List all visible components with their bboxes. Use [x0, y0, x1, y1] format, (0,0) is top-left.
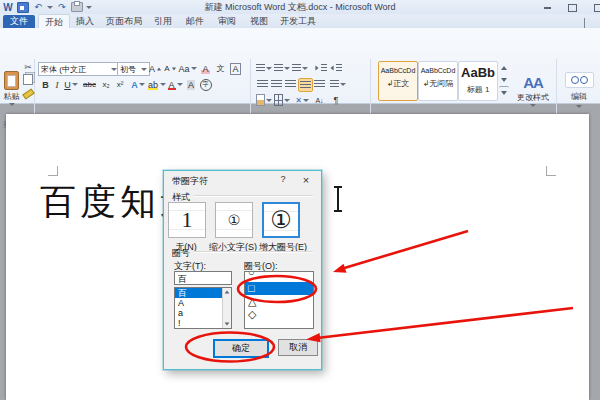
- styles-scroll-down-button[interactable]: [499, 74, 509, 85]
- style-option-enlarge-circle[interactable]: ①: [262, 202, 300, 238]
- close-button[interactable]: [592, 3, 600, 12]
- dialog-help-button[interactable]: ?: [276, 174, 290, 187]
- align-right-button[interactable]: [284, 78, 297, 90]
- enclose-characters-dialog: 带圈字符 ? × 样式 1 ① ① 无(N) 缩小文字(S) 增大圈号(E) 圈…: [163, 170, 322, 370]
- tab-view[interactable]: 视图: [244, 15, 274, 28]
- sort-button[interactable]: A↓: [312, 94, 327, 106]
- multilevel-icon: [292, 64, 301, 73]
- margin-crop-mark-left: [48, 166, 58, 176]
- text-listbox[interactable]: 百 A a !: [174, 287, 232, 329]
- multilevel-list-button[interactable]: [292, 62, 308, 74]
- change-styles-button[interactable]: AA 更改样式: [512, 61, 554, 119]
- borders-button[interactable]: [274, 94, 290, 106]
- scroll-up-icon: [225, 290, 230, 293]
- styles-more-button[interactable]: [499, 86, 509, 98]
- bullets-button[interactable]: [256, 62, 272, 74]
- decrease-indent-button[interactable]: [314, 62, 327, 74]
- underline-button[interactable]: U: [63, 78, 79, 91]
- maximize-button[interactable]: [566, 3, 579, 12]
- dropdown-arrow: [303, 99, 309, 102]
- clear-format-button[interactable]: A: [199, 62, 212, 75]
- ok-button[interactable]: 确定: [213, 339, 269, 358]
- phonetic-icon: 文: [217, 63, 225, 74]
- asian-layout-button[interactable]: ✕: [294, 94, 310, 106]
- dropdown-arrow: [284, 67, 290, 70]
- find-icon: [565, 72, 594, 88]
- circle-listbox[interactable]: ○ □ △ ◇: [244, 271, 314, 329]
- tab-developer[interactable]: 开发工具: [276, 15, 320, 28]
- show-marks-button[interactable]: ¶: [330, 94, 342, 106]
- tab-references[interactable]: 引用: [148, 15, 178, 28]
- indent-right-icon: [330, 66, 333, 71]
- bold-button[interactable]: B: [40, 78, 51, 91]
- distribute-button[interactable]: [313, 78, 326, 90]
- align-center-button[interactable]: [270, 78, 283, 90]
- style-name: ↲正文: [379, 78, 417, 89]
- circle-list-item-triangle[interactable]: △: [245, 295, 313, 308]
- tab-review[interactable]: 审阅: [212, 15, 242, 28]
- strikethrough-icon: abc: [83, 80, 96, 89]
- dropdown-arrow: [576, 105, 582, 108]
- distribute-icon: [314, 80, 325, 89]
- subscript-button[interactable]: x₂: [100, 78, 112, 91]
- shading-button[interactable]: [256, 94, 272, 106]
- highlight-button[interactable]: ab: [148, 78, 165, 91]
- copy-button[interactable]: [22, 74, 34, 85]
- shrink-font-button[interactable]: A: [164, 62, 177, 75]
- phonetic-guide-button[interactable]: 文: [214, 62, 227, 75]
- format-painter-button[interactable]: [22, 88, 34, 99]
- tab-page-layout[interactable]: 页面布局: [102, 15, 146, 28]
- style-card-no-spacing[interactable]: AaBbCcDd ↲无间隔: [418, 61, 458, 101]
- styles-scroll-up-button[interactable]: [499, 62, 509, 73]
- align-left-button[interactable]: [256, 78, 269, 90]
- circle-list-item-square-selected[interactable]: □: [245, 282, 313, 295]
- line-spacing-button[interactable]: [330, 78, 346, 90]
- margin-crop-mark-right: [546, 166, 556, 176]
- font-color-icon: A: [167, 80, 175, 90]
- dialog-titlebar[interactable]: 带圈字符 ? ×: [164, 171, 321, 189]
- character-border-button[interactable]: A: [229, 62, 242, 75]
- tab-mailings[interactable]: 邮件: [180, 15, 210, 28]
- minimize-button[interactable]: [541, 3, 554, 12]
- italic-button[interactable]: I: [52, 78, 62, 91]
- tab-home[interactable]: 开始: [38, 14, 70, 29]
- cancel-button[interactable]: 取消: [278, 339, 318, 356]
- dropdown-arrow: [191, 67, 197, 70]
- style-card-normal[interactable]: AaBbCcDd ↲正文: [378, 61, 418, 101]
- numbering-button[interactable]: [274, 62, 290, 74]
- enclose-characters-button[interactable]: 字: [199, 78, 212, 91]
- text-input[interactable]: 百: [174, 271, 232, 285]
- style-card-heading1[interactable]: AaBb 标题 1: [458, 61, 498, 101]
- text-list-scrollbar[interactable]: [222, 288, 231, 328]
- increase-indent-button[interactable]: [329, 62, 342, 74]
- tab-file[interactable]: 文件: [3, 15, 35, 28]
- style-option-none[interactable]: 1: [168, 202, 206, 238]
- dialog-close-button[interactable]: ×: [298, 174, 314, 187]
- style-option-shrink-text[interactable]: ①: [215, 202, 253, 238]
- character-shading-button[interactable]: A: [185, 78, 197, 91]
- font-size-combo[interactable]: 初号: [117, 62, 150, 76]
- group-line: [194, 195, 313, 197]
- circle-list-item-circle[interactable]: ○: [245, 272, 313, 282]
- cut-button[interactable]: ✂: [22, 61, 34, 72]
- superscript-button[interactable]: x²: [114, 78, 126, 91]
- circle-list-item-diamond[interactable]: ◇: [245, 308, 313, 321]
- grow-font-button[interactable]: A: [149, 62, 162, 75]
- line-spacing-icon: [330, 80, 339, 89]
- paste-button[interactable]: 粘贴: [2, 60, 21, 116]
- dropdown-arrow: [266, 99, 272, 102]
- scroll-down-icon: [225, 322, 230, 325]
- tab-insert[interactable]: 插入: [70, 15, 100, 28]
- justify-button[interactable]: [298, 78, 313, 92]
- editing-button[interactable]: 编辑: [560, 61, 598, 119]
- change-case-button[interactable]: Aa: [179, 62, 196, 75]
- font-name-combo[interactable]: 宋体 (中文正: [38, 62, 120, 76]
- ribbon-tab-row: 文件 开始 插入 页面布局 引用 邮件 审阅 视图 开发工具: [0, 14, 600, 28]
- style-sample: AaBbCcDd: [419, 67, 457, 74]
- font-color-button[interactable]: A: [167, 78, 183, 91]
- ribbon: 粘贴 ✂ 剪贴板 宋体 (中文正 初号 A A Aa A 文 A B I U a…: [0, 28, 600, 104]
- text-effects-button[interactable]: A: [130, 78, 146, 91]
- style-sample: AaBb: [459, 65, 497, 80]
- strikethrough-button[interactable]: abc: [81, 78, 98, 91]
- font-size-arrow: [141, 68, 147, 71]
